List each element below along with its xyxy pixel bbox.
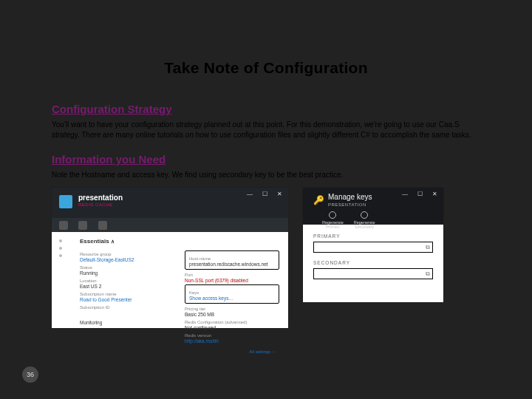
essentials-header[interactable]: Essentials ∧	[80, 238, 279, 245]
close-icon[interactable]: ✕	[275, 191, 284, 198]
field-label: Status	[80, 265, 174, 270]
section-body-strategy: You'll want to have your configuration s…	[52, 120, 480, 140]
section-heading-strategy: Configuration Strategy	[52, 103, 480, 115]
regenerate-primary-button[interactable]: Regenerate Primary	[322, 211, 344, 229]
monitoring-label: Monitoring	[80, 320, 102, 325]
field-label: Pricing tier	[185, 307, 279, 311]
field-label: Host name	[189, 256, 275, 261]
field-value: Running	[80, 270, 174, 276]
secondary-label: SECONDARY	[313, 260, 433, 265]
field-label: Redis version	[185, 333, 279, 338]
screenshot-essentials: presentation REDIS CACHE — ☐ ✕ Essential…	[52, 188, 288, 328]
field-value[interactable]: Default-Storage-EastUS2	[80, 257, 174, 262]
regenerate-icon	[361, 211, 368, 219]
section-heading-info: Information you Need	[52, 153, 480, 166]
tab-label: Primary	[322, 225, 344, 229]
toolbar-icon[interactable]	[59, 221, 68, 230]
secondary-key-field[interactable]: ⧉	[313, 268, 433, 279]
field-label: Location	[80, 279, 174, 283]
field-value[interactable]: Road to Good Presenter	[80, 297, 174, 302]
primary-label: PRIMARY	[313, 233, 433, 239]
field-value: presentation.rediscache.windows.net	[189, 262, 275, 267]
redis-logo-icon	[59, 195, 72, 208]
field-label: Subscription name	[80, 292, 174, 296]
screenshot-manage-keys: 🔑 Manage keys PRESENTATION — ☐ ✕ Regener…	[303, 188, 443, 302]
panel-subtitle: PRESENTATION	[328, 202, 366, 207]
maximize-icon[interactable]: ☐	[415, 191, 424, 198]
field-label: Keys	[189, 290, 275, 295]
panel-subtitle: REDIS CACHE	[78, 202, 113, 207]
toolbar-icon[interactable]	[98, 221, 107, 230]
close-icon[interactable]: ✕	[430, 191, 439, 198]
hostname-box: Host name presentation.rediscache.window…	[185, 250, 279, 270]
field-value: East US 2	[80, 284, 174, 289]
slide-title: Take Note of Configuration	[52, 59, 480, 77]
minimize-icon[interactable]: —	[400, 191, 409, 198]
regenerate-secondary-button[interactable]: Regenerate Secondary	[354, 211, 375, 229]
slide: Take Note of Configuration Configuration…	[0, 0, 532, 399]
field-label: Resource group	[80, 252, 174, 256]
minimize-icon[interactable]: —	[245, 191, 254, 198]
field-value: Non-SSL port (6379) disabled	[185, 278, 279, 283]
section-body-info: Note the Hostname and access key. We fin…	[52, 170, 480, 180]
tab-label: Secondary	[354, 225, 375, 229]
key-icon: 🔑	[313, 195, 324, 205]
essentials-label: Essentials	[80, 238, 109, 245]
copy-icon[interactable]: ⧉	[426, 270, 430, 278]
panel-title: Manage keys	[328, 193, 372, 201]
screenshots-row: presentation REDIS CACHE — ☐ ✕ Essential…	[52, 188, 480, 328]
copy-icon[interactable]: ⧉	[426, 244, 430, 251]
field-value: Not configured	[185, 325, 279, 330]
toolbar-icon[interactable]	[78, 221, 87, 230]
chevron-up-icon: ∧	[111, 239, 115, 244]
field-label: Port	[185, 273, 279, 277]
tab-label: Regenerate	[354, 220, 375, 225]
panel-title: presentation	[78, 194, 123, 202]
field-value: Basic 250 MB	[185, 312, 279, 317]
tab-label: Regenerate	[322, 220, 344, 225]
primary-key-field[interactable]: ⧉	[313, 242, 433, 253]
page-number-badge: 36	[22, 366, 38, 383]
all-settings-link[interactable]: All settings →	[80, 349, 276, 354]
regenerate-icon	[329, 211, 336, 219]
field-value[interactable]: http://aka.ms/tih	[185, 338, 279, 344]
field-value[interactable]: Show access keys…	[189, 296, 275, 301]
field-label: Subscription ID	[80, 305, 174, 310]
keys-box: Keys Show access keys…	[185, 284, 279, 304]
field-label: Redis Configuration (advanced)	[185, 320, 279, 324]
maximize-icon[interactable]: ☐	[260, 191, 269, 198]
